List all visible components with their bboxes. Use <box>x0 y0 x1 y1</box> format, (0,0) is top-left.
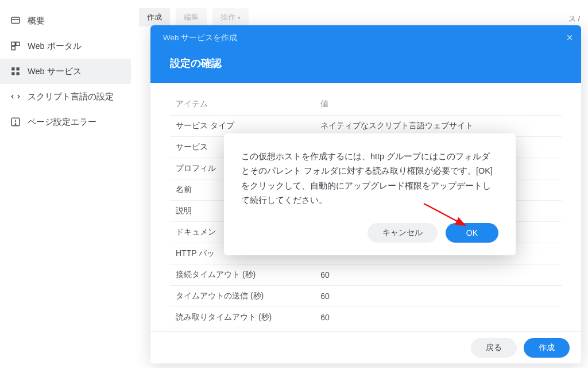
sidebar-item-script[interactable]: スクリプト言語の設定 <box>0 84 131 109</box>
cell-value: 60 <box>315 307 562 328</box>
sidebar-item-label: Web サービス <box>28 66 82 77</box>
services-icon <box>10 66 21 76</box>
modal-footer: 戻る 作成 <box>150 331 581 363</box>
sidebar-item-services[interactable]: Web サービス <box>0 59 131 84</box>
sidebar-item-label: 概要 <box>28 16 45 26</box>
sidebar: 概要 Web ポータル Web サービス スクリプト言語の設定 ページ設定エラー <box>0 0 131 368</box>
table-row: 読み取りタイムアウト (秒)60 <box>170 307 562 328</box>
svg-rect-6 <box>17 67 20 70</box>
sidebar-item-label: ページ設定エラー <box>28 117 96 128</box>
confirm-message: この仮想ホストを作成するには、http グループにはこのフォルダとそのパレント … <box>241 150 498 208</box>
modal-heading: 設定の確認 <box>150 51 581 83</box>
confirm-dialog: この仮想ホストを作成するには、http グループにはこのフォルダとそのパレント … <box>224 133 516 255</box>
back-button[interactable]: 戻る <box>471 338 517 358</box>
svg-rect-4 <box>11 47 15 50</box>
edit-button: 編集 <box>176 8 207 26</box>
table-row: タイムアウトの送信 (秒)60 <box>170 286 562 307</box>
column-item: アイテム <box>170 93 315 116</box>
sidebar-item-label: スクリプト言語の設定 <box>28 91 114 102</box>
cancel-button[interactable]: キャンセル <box>368 223 438 243</box>
column-value: 値 <box>315 93 562 116</box>
create-button[interactable]: 作成 <box>139 8 170 26</box>
overview-icon <box>10 16 21 26</box>
close-icon[interactable]: × <box>566 31 573 44</box>
cell-item: 読み取りタイムアウト (秒) <box>170 307 315 328</box>
sidebar-item-label: Web ポータル <box>28 41 82 52</box>
svg-rect-0 <box>11 17 20 24</box>
sidebar-item-error[interactable]: ページ設定エラー <box>0 109 131 135</box>
svg-rect-3 <box>16 42 20 45</box>
svg-rect-2 <box>11 42 15 45</box>
error-icon <box>10 117 21 127</box>
svg-point-11 <box>15 124 16 125</box>
svg-rect-5 <box>11 67 14 70</box>
confirm-actions: キャンセル OK <box>241 223 498 243</box>
caret-down-icon: ▾ <box>238 15 241 21</box>
cell-item: 接続タイムアウト (秒) <box>170 264 315 286</box>
cell-value: 60 <box>315 264 562 286</box>
script-icon <box>10 91 21 102</box>
table-row: 接続タイムアウト (秒)60 <box>170 264 562 286</box>
sidebar-item-overview[interactable]: 概要 <box>0 8 131 33</box>
ok-button[interactable]: OK <box>446 223 498 243</box>
cell-item: タイムアウトの送信 (秒) <box>170 286 315 307</box>
action-button: 操作▾ <box>212 8 249 26</box>
action-button-label: 操作 <box>220 13 235 21</box>
modal-title: Web サービスを作成 <box>163 33 237 43</box>
sidebar-item-portal[interactable]: Web ポータル <box>0 33 131 59</box>
trailing-text: ス / <box>568 14 580 24</box>
svg-rect-7 <box>11 72 14 75</box>
cell-value: 60 <box>315 286 562 307</box>
submit-button[interactable]: 作成 <box>524 338 570 358</box>
portal-icon <box>10 41 21 51</box>
modal-titlebar: Web サービスを作成 <box>150 25 581 51</box>
svg-rect-8 <box>17 72 20 75</box>
